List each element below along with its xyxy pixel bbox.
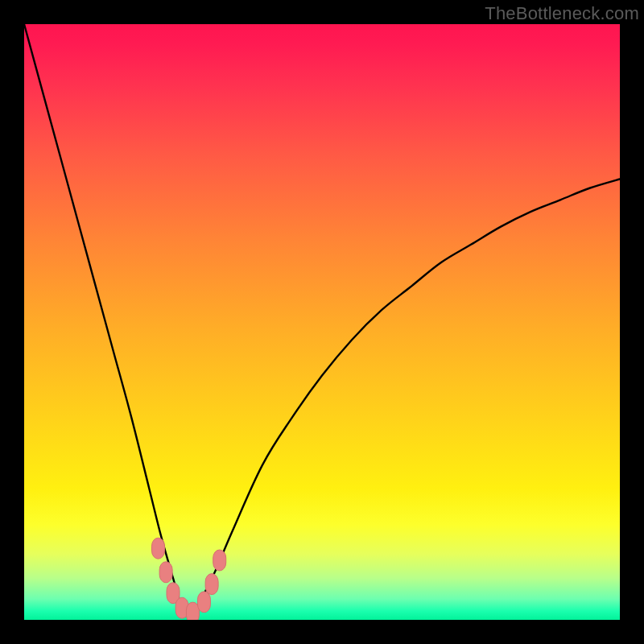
watermark-text: TheBottleneck.com <box>485 3 639 24</box>
curve-svg <box>24 24 620 620</box>
curve-marker <box>205 574 218 595</box>
curve-marker <box>213 550 226 571</box>
curve-marker <box>152 538 165 559</box>
curve-marker <box>159 562 172 583</box>
chart-frame: TheBottleneck.com <box>0 0 644 644</box>
plot-area <box>24 24 620 620</box>
curve-markers <box>152 538 226 620</box>
curve-marker <box>197 592 210 613</box>
bottleneck-curve <box>24 24 620 615</box>
